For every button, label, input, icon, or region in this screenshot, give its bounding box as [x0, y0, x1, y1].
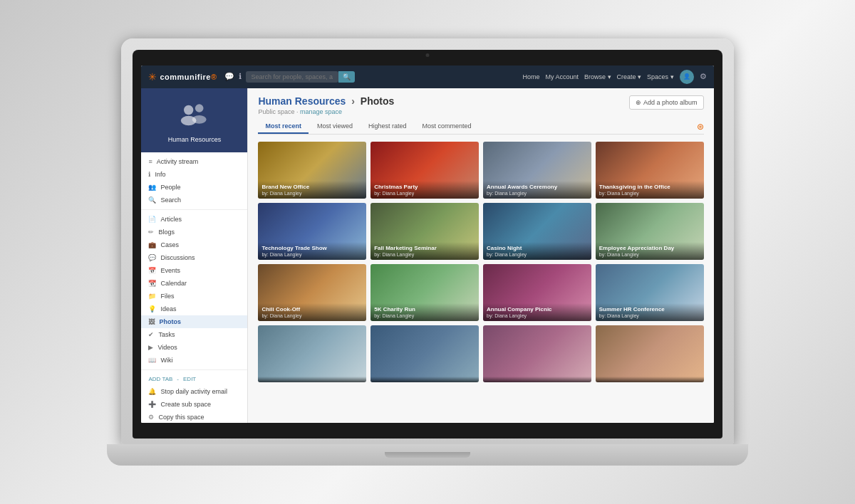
nav-browse[interactable]: Browse ▾ [584, 73, 611, 80]
search-input[interactable] [246, 71, 338, 83]
tabs-bar: Most recent Most viewed Highest rated Mo… [258, 120, 703, 135]
rss-icon[interactable]: ⊛ [697, 122, 704, 132]
sidebar-item-label: Cases [160, 241, 179, 248]
photo-item[interactable]: Annual Company Picnicby: Diana Langley [483, 264, 591, 321]
photo-title: Casino Night [487, 245, 588, 252]
photo-title: Fall Marketing Seminar [374, 245, 475, 252]
tab-most-recent[interactable]: Most recent [258, 120, 309, 134]
tab-most-viewed[interactable]: Most viewed [310, 120, 360, 134]
photo-author: by: Diana Langley [599, 313, 700, 318]
sidebar-item-copy-space[interactable]: ⚙ Copy this space [141, 411, 247, 423]
tab-most-commented[interactable]: Most commented [415, 120, 479, 134]
photos-icon: 🖼 [148, 318, 155, 325]
sidebar-divider-2 [141, 369, 247, 370]
sidebar-item-label: Calendar [160, 280, 187, 287]
sidebar-item-label: Wiki [160, 357, 172, 364]
sidebar-item-videos[interactable]: ▶ Videos [141, 341, 247, 354]
nav-spaces[interactable]: Spaces ▾ [647, 73, 674, 80]
tab-highest-rated[interactable]: Highest rated [361, 120, 414, 134]
sidebar-item-label: Ideas [160, 305, 176, 313]
sidebar-item-label: Articles [160, 216, 182, 223]
nav-home[interactable]: Home [522, 73, 539, 80]
sidebar-item-articles[interactable]: 📄 Articles [141, 213, 247, 226]
sidebar-item-create-sub-space[interactable]: ➕ Create sub space [141, 398, 247, 411]
photo-overlay: Fall Marketing Seminarby: Diana Langley [370, 242, 479, 260]
photo-overlay: Brand New Officeby: Diana Langley [258, 181, 366, 199]
sidebar-item-blogs[interactable]: ✏ Blogs [141, 226, 247, 238]
sidebar-add-tab-row: ADD TAB - EDIT [141, 373, 247, 385]
create-sub-space-icon: ➕ [148, 401, 156, 408]
sidebar-item-tasks[interactable]: ✔ Tasks [141, 328, 247, 341]
info-icon[interactable]: ℹ [239, 72, 242, 81]
photo-item[interactable] [258, 325, 366, 382]
photo-title: 5K Charity Run [374, 306, 475, 313]
photo-item[interactable]: Fall Marketing Seminarby: Diana Langley [370, 203, 479, 260]
add-tab-label: ADD TAB [148, 376, 172, 382]
sidebar-item-people[interactable]: 👥 People [141, 181, 247, 194]
chat-icon[interactable]: 💬 [224, 72, 234, 81]
photo-item[interactable]: Employee Appreciation Dayby: Diana Langl… [596, 203, 704, 260]
sidebar-item-wiki[interactable]: 📖 Wiki [141, 354, 247, 367]
nav-create[interactable]: Create ▾ [617, 73, 642, 80]
photo-item[interactable]: Thanksgiving in the Officeby: Diana Lang… [596, 142, 704, 199]
calendar-icon: 📆 [148, 280, 156, 287]
camera [426, 53, 430, 57]
people-icon [177, 98, 212, 133]
add-album-label: Add a photo album [643, 99, 698, 106]
nav-icons-area: 💬 ℹ [224, 72, 242, 81]
search-button[interactable]: 🔍 [338, 71, 355, 83]
sidebar-item-label: Tasks [158, 331, 175, 338]
photo-item[interactable] [483, 325, 591, 382]
breadcrumb-space[interactable]: Human Resources [258, 95, 346, 107]
photo-item[interactable] [596, 325, 704, 382]
photo-author: by: Diana Langley [599, 191, 700, 196]
sidebar-item-ideas[interactable]: 💡 Ideas [141, 303, 247, 315]
add-album-button[interactable]: ⊕ Add a photo album [629, 95, 704, 110]
sidebar-item-info[interactable]: ℹ Info [141, 168, 247, 181]
edit-tab-link[interactable]: - [177, 376, 179, 382]
photo-item[interactable]: Technology Trade Showby: Diana Langley [258, 203, 366, 260]
photo-overlay [258, 377, 366, 382]
space-avatar: Human Resources [141, 88, 247, 152]
sidebar-item-activity-stream[interactable]: ≡ Activity stream [141, 155, 247, 168]
edit-label[interactable]: EDIT [183, 376, 196, 382]
laptop-base [107, 444, 748, 466]
sidebar-item-photos[interactable]: 🖼 Photos [141, 315, 247, 328]
sidebar: Human Resources ≡ Activity stream ℹ Info [141, 88, 248, 423]
sidebar-item-label: Create sub space [160, 401, 211, 408]
photo-overlay [596, 377, 704, 382]
photo-item[interactable]: Brand New Officeby: Diana Langley [258, 142, 366, 199]
avatar[interactable]: 👤 [680, 70, 694, 84]
settings-icon[interactable]: ⚙ [700, 72, 707, 81]
copy-space-icon: ⚙ [148, 414, 154, 421]
top-navigation: ✳ communifire® 💬 ℹ 🔍 Home My Account Bro… [141, 65, 713, 88]
photo-title: Christmas Party [374, 184, 475, 191]
photo-item[interactable]: 5K Charity Runby: Diana Langley [370, 264, 479, 321]
photo-author: by: Diana Langley [487, 313, 588, 318]
photo-overlay: 5K Charity Runby: Diana Langley [370, 303, 479, 321]
photo-item[interactable]: Summer HR Conferenceby: Diana Langley [596, 264, 704, 321]
space-name-label: Human Resources [168, 136, 222, 143]
nav-my-account[interactable]: My Account [545, 73, 579, 80]
articles-icon: 📄 [148, 216, 156, 223]
sidebar-item-cases[interactable]: 💼 Cases [141, 238, 247, 251]
sidebar-item-events[interactable]: 📅 Events [141, 264, 247, 277]
manage-space-link[interactable]: manage space [300, 108, 342, 115]
photo-item[interactable]: Casino Nightby: Diana Langley [483, 203, 591, 260]
sidebar-item-discussions[interactable]: 💬 Discussions [141, 251, 247, 264]
breadcrumb-sub: Public space · manage space [258, 108, 394, 115]
content-header: Human Resources › Photos Public space · … [258, 95, 703, 115]
photo-item[interactable]: Annual Awards Ceremonyby: Diana Langley [483, 142, 591, 199]
videos-icon: ▶ [148, 344, 153, 351]
events-icon: 📅 [148, 267, 156, 274]
sidebar-item-label: Events [160, 267, 180, 274]
photo-item[interactable]: Christmas Partyby: Diana Langley [370, 142, 479, 199]
sidebar-item-calendar[interactable]: 📆 Calendar [141, 277, 247, 290]
breadcrumb-page: Photos [361, 95, 394, 107]
photo-item[interactable]: Chili Cook-Offby: Diana Langley [258, 264, 366, 321]
sidebar-item-stop-daily-email[interactable]: 🔔 Stop daily activity email [141, 385, 247, 398]
sidebar-item-label: Activity stream [157, 158, 199, 165]
photo-item[interactable] [370, 325, 479, 382]
sidebar-item-files[interactable]: 📁 Files [141, 290, 247, 303]
sidebar-item-search[interactable]: 🔍 Search [141, 194, 247, 206]
